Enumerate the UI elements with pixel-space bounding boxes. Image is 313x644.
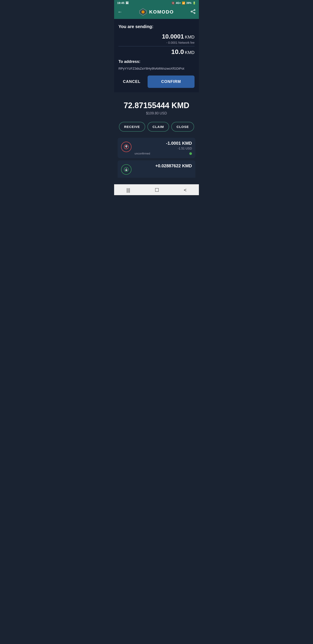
status-bar: 19:45 🖼 🔇 4G+ 📶 39% 🔋 — [114, 0, 199, 6]
tx-status-dot — [189, 152, 192, 155]
tx-details: +0.02887622 KMD — [135, 164, 192, 169]
share-icon — [191, 9, 195, 14]
confirm-button[interactable]: CONFIRM — [148, 76, 195, 88]
svg-line-6 — [192, 10, 194, 11]
network-type: 4G+ — [176, 2, 181, 4]
komodo-logo-icon — [139, 8, 147, 16]
send-amount-currency: KMD — [185, 34, 195, 40]
svg-line-7 — [192, 12, 194, 13]
send-amount-row: 10.0001 KMD — [118, 33, 195, 40]
balance-kmd: 72.87155444 KMD — [118, 101, 195, 110]
status-bar-right: 🔇 4G+ 📶 39% 🔋 — [172, 2, 196, 4]
receive-button[interactable]: RECEIVE — [119, 122, 145, 132]
arrow-down-icon — [124, 167, 129, 172]
claim-button[interactable]: CLAIM — [147, 122, 169, 132]
share-button[interactable] — [191, 9, 195, 15]
balance-usd: $109.80 USD — [118, 112, 195, 115]
tx-receive-icon — [121, 164, 131, 175]
tx-details: -1.0001 KMD -1.51 USD unconfirmed — [135, 141, 192, 155]
status-bar-left: 19:45 🖼 — [117, 1, 128, 4]
nav-home-button[interactable]: ☐ — [155, 187, 159, 193]
transaction-list: -1.0001 KMD -1.51 USD unconfirmed +0.028… — [114, 138, 199, 178]
status-photo-icon: 🖼 — [126, 1, 128, 4]
tx-amount-kmd: -1.0001 KMD — [135, 141, 192, 146]
battery-icon: 🔋 — [193, 2, 196, 4]
cancel-button[interactable]: CANCEL — [118, 76, 145, 88]
amount-divider — [118, 46, 195, 46]
transaction-item[interactable]: +0.02887622 KMD — [118, 160, 195, 178]
svg-point-3 — [194, 9, 195, 10]
action-buttons-row: RECEIVE CLAIM CLOSE — [118, 122, 195, 132]
app-title: KOMODO — [149, 9, 174, 15]
nav-back-button[interactable]: < — [184, 187, 187, 193]
svg-point-4 — [191, 11, 192, 12]
total-amount-row: 10.0 KMD — [118, 48, 195, 56]
close-button[interactable]: CLOSE — [171, 122, 194, 132]
app-header: ← KOMODO — [114, 6, 199, 19]
mute-icon: 🔇 — [172, 2, 175, 4]
send-amount-value: 10.0001 — [162, 33, 184, 40]
tx-status-label: unconfirmed — [135, 152, 150, 155]
signal-icon: 📶 — [182, 2, 185, 4]
modal-action-buttons: CANCEL CONFIRM — [118, 76, 195, 88]
arrow-up-icon — [124, 144, 129, 149]
battery-level: 39% — [186, 2, 192, 4]
transaction-item[interactable]: -1.0001 KMD -1.51 USD unconfirmed — [118, 138, 195, 158]
status-time: 19:45 — [117, 1, 124, 4]
sending-label: You are sending: — [118, 24, 195, 29]
nav-menu-button[interactable]: ||| — [126, 187, 130, 193]
tx-status-row: unconfirmed — [135, 152, 192, 155]
tx-amount-kmd: +0.02887622 KMD — [135, 164, 192, 168]
to-address-value: RPyYYzFZ3dsZaY8Hy9hAMWxzwoXfGDiPot — [118, 66, 195, 71]
total-amount-value: 10.0 — [171, 48, 184, 55]
send-confirmation-modal: You are sending: 10.0001 KMD - 0.0001 Ne… — [114, 19, 199, 92]
back-button[interactable]: ← — [118, 9, 122, 15]
navigation-bar: ||| ☐ < — [114, 184, 199, 195]
main-balance-section: 72.87155444 KMD $109.80 USD RECEIVE CLAI… — [114, 92, 199, 182]
svg-point-5 — [194, 12, 195, 14]
tx-amount-usd: -1.51 USD — [135, 147, 192, 150]
tx-send-icon — [121, 142, 131, 152]
network-fee-label: - 0.0001 Network fee — [118, 41, 195, 44]
total-currency: KMD — [185, 50, 195, 55]
header-center: KOMODO — [139, 8, 174, 16]
to-address-label: To address: — [118, 60, 195, 64]
